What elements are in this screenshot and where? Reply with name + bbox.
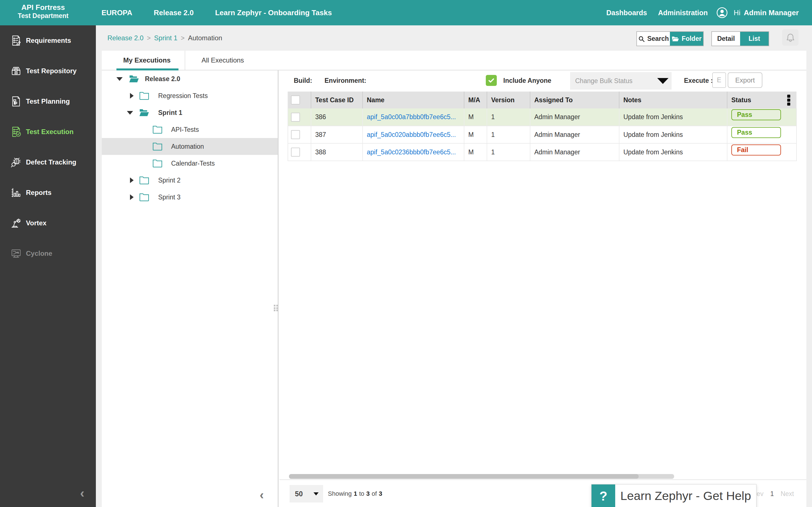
sidebar-item-label: Reports: [26, 189, 52, 196]
caret-right-icon[interactable]: [130, 177, 134, 183]
status-badge[interactable]: Pass: [731, 109, 781, 120]
test-planning-icon: [10, 96, 22, 107]
export-button[interactable]: Export: [728, 72, 762, 88]
administration-link[interactable]: Administration: [658, 9, 708, 17]
test-repository-icon: [10, 65, 22, 77]
column-header-test-case-id[interactable]: Test Case ID: [311, 92, 363, 108]
release-selector[interactable]: Release 2.0: [154, 8, 194, 17]
status-badge[interactable]: Fail: [731, 145, 781, 156]
tree-node-sprint-3[interactable]: Sprint 3: [102, 189, 278, 206]
folder-button[interactable]: Folder: [670, 32, 703, 46]
dashboards-link[interactable]: Dashboards: [606, 9, 647, 17]
row-checkbox[interactable]: [291, 148, 300, 157]
horizontal-scrollbar-thumb[interactable]: [289, 474, 639, 479]
tree-node-sprint-1[interactable]: Sprint 1: [102, 104, 278, 121]
breadcrumb-sprint[interactable]: Sprint 1: [154, 34, 177, 42]
tab-my-executions-label: My Executions: [123, 56, 170, 64]
help-widget[interactable]: ? Learn Zephyr - Get Help: [591, 484, 756, 507]
caret-down-icon[interactable]: [127, 111, 133, 115]
select-all-checkbox[interactable]: [291, 96, 300, 105]
search-button[interactable]: Search: [637, 32, 670, 46]
tree-node-release-2-0[interactable]: Release 2.0: [102, 70, 278, 87]
list-button[interactable]: List: [740, 32, 769, 46]
sidebar-item-requirements[interactable]: Requirements: [0, 25, 96, 56]
breadcrumb-separator: >: [181, 34, 185, 42]
sidebar-item-defect-tracking[interactable]: Defect Tracking: [0, 147, 96, 177]
breadcrumb-release[interactable]: Release 2.0: [107, 34, 144, 42]
showing-total: 3: [379, 490, 382, 497]
cell-status: Fail: [727, 144, 797, 161]
cell-ma: M: [464, 126, 487, 144]
tree-node-calendar-tests[interactable]: Calendar-Tests: [102, 155, 278, 172]
execute-shortcut-input[interactable]: E: [712, 72, 726, 88]
caret-down-icon[interactable]: [116, 77, 123, 81]
execute-label: Execute :: [684, 70, 713, 91]
sidebar-collapse-icon[interactable]: ‹: [80, 487, 84, 499]
page-size-value: 50: [295, 490, 303, 498]
folder-icon: [139, 176, 149, 184]
cell-version: 1: [487, 144, 530, 161]
sidebar-item-test-repository[interactable]: Test Repository: [0, 56, 96, 86]
search-icon: [638, 36, 645, 42]
column-header-ma[interactable]: M/A: [464, 92, 487, 108]
tree-node-label: Sprint 3: [158, 193, 181, 201]
table-row[interactable]: 388 apif_5a0c0236bbb0fb7ee6c5... M 1 Adm…: [288, 144, 797, 161]
detail-button[interactable]: Detail: [712, 32, 740, 46]
next-page-button[interactable]: Next: [781, 490, 794, 498]
check-icon: [488, 76, 495, 84]
cell-notes: Update from Jenkins: [619, 126, 727, 144]
bell-icon: [786, 33, 795, 43]
test-case-link[interactable]: apif_5a0c0236bbb0fb7ee6c5...: [367, 149, 456, 156]
sidebar-item-reports[interactable]: Reports: [0, 177, 96, 208]
table-row[interactable]: 387 apif_5a0c020abbb0fb7ee6c5... M 1 Adm…: [288, 126, 797, 144]
tree-node-sprint-2[interactable]: Sprint 2: [102, 172, 278, 189]
column-header-status[interactable]: Status: [727, 92, 797, 108]
column-header-assigned-to[interactable]: Assigned To: [530, 92, 619, 108]
tree-node-automation[interactable]: Automation: [102, 138, 278, 155]
tree-node-api-tests[interactable]: API-Tests: [102, 121, 278, 138]
sidebar-item-label: Defect Tracking: [26, 158, 77, 166]
tree-collapse-icon[interactable]: ‹: [260, 488, 264, 502]
sidebar-item-test-planning[interactable]: Test Planning: [0, 86, 96, 117]
test-case-link[interactable]: apif_5a0c00a7bbb0fb7ee6c5...: [367, 113, 456, 121]
header-checkbox-cell: [288, 92, 311, 108]
sidebar-item-cyclone[interactable]: Cyclone: [0, 238, 96, 269]
tab-my-executions[interactable]: My Executions: [102, 51, 185, 70]
cell-test-case-id: 388: [311, 144, 363, 161]
notifications-button[interactable]: [782, 29, 799, 46]
sidebar-item-test-execution[interactable]: Test Execution: [0, 117, 96, 147]
user-avatar-icon[interactable]: [716, 7, 728, 18]
cell-ma: M: [464, 144, 487, 161]
sidebar-item-label: Cyclone: [26, 249, 52, 258]
reports-icon: [10, 187, 22, 199]
cell-version: 1: [487, 108, 530, 126]
column-menu-icon[interactable]: [787, 95, 790, 107]
showing-to-word: to: [359, 490, 364, 497]
column-header-notes[interactable]: Notes: [619, 92, 727, 108]
column-header-name[interactable]: Name: [363, 92, 464, 108]
breadcrumb-current: Automation: [188, 34, 222, 42]
task-selector[interactable]: Learn Zephyr - Onboarding Tasks: [215, 8, 332, 17]
status-badge[interactable]: Pass: [731, 127, 781, 138]
change-bulk-status-select[interactable]: Change Bulk Status: [570, 72, 672, 90]
app-window: API Fortress Test Department EUROPA Rele…: [0, 0, 812, 507]
tab-all-executions-label: All Executions: [202, 56, 244, 64]
caret-right-icon[interactable]: [130, 194, 134, 200]
row-checkbox[interactable]: [291, 113, 300, 122]
table-row[interactable]: 386 apif_5a0c00a7bbb0fb7ee6c5... M 1 Adm…: [288, 108, 797, 126]
project-selector[interactable]: EUROPA: [101, 8, 132, 17]
page-size-select[interactable]: 50: [290, 485, 323, 503]
sidebar-item-vortex[interactable]: Vortex: [0, 208, 96, 238]
include-anyone-checkbox[interactable]: [486, 75, 497, 86]
pane-resize-grip[interactable]: [274, 305, 280, 311]
top-bar: API Fortress Test Department EUROPA Rele…: [0, 0, 812, 25]
column-header-version[interactable]: Version: [487, 92, 530, 108]
caret-right-icon[interactable]: [130, 93, 134, 99]
tree-node-regression-tests[interactable]: Regression Tests: [102, 87, 278, 104]
row-checkbox[interactable]: [291, 130, 300, 139]
tab-all-executions[interactable]: All Executions: [186, 51, 260, 70]
breadcrumb-separator: >: [147, 34, 151, 42]
user-menu[interactable]: Admin Manager: [744, 8, 799, 17]
showing-of-word: of: [371, 490, 377, 497]
test-case-link[interactable]: apif_5a0c020abbb0fb7ee6c5...: [367, 131, 456, 138]
